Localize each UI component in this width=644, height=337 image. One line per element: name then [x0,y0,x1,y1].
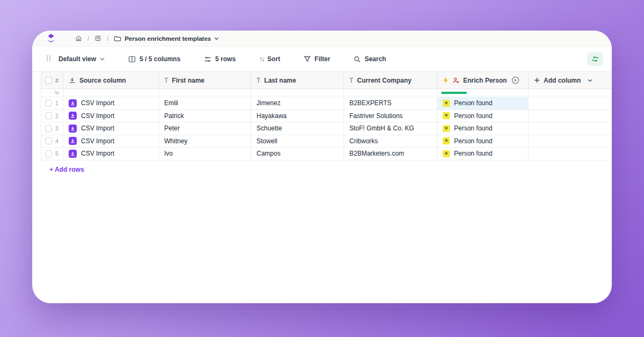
first-name-cell[interactable]: Whitney [159,135,251,148]
add-rows-button[interactable]: + Add rows [49,166,84,173]
row-select-cell: 3 [41,122,63,135]
asterisk-status-icon: ✳ [443,100,450,107]
first-name-cell[interactable]: Emili [159,97,251,110]
auto-update-button[interactable] [587,52,603,66]
source-cell[interactable]: CSV Import [63,135,159,148]
sync-icon [591,56,599,62]
cell-text: Fastriver Solutions [349,112,402,120]
run-column-button[interactable] [511,76,519,84]
first-name-cell[interactable]: Peter [159,122,251,135]
enrich-status-cell[interactable]: ✳ Person found [437,122,529,135]
add-column-button[interactable]: Add column [529,72,612,89]
source-label: CSV Import [81,124,114,132]
company-cell[interactable]: StoF! GmbH & Co. KG [344,122,437,135]
filter-button[interactable]: Filter [304,55,330,63]
row-checkbox[interactable] [45,125,52,132]
enrich-status-cell[interactable]: ✳ Person found [437,148,529,160]
last-name-cell[interactable]: Schuette [251,122,344,135]
last-name-cell[interactable]: Hayakawa [251,110,344,123]
workbook-icon[interactable] [94,35,101,42]
source-cell[interactable]: CSV Import [63,97,159,110]
sort-icon: ↑↓ [259,55,264,63]
cell-text: Stowell [257,137,277,145]
row-checkbox[interactable] [45,112,52,119]
header-label: Source column [79,77,126,84]
row-checkbox[interactable] [45,137,52,144]
enrich-status-cell[interactable]: ✳ Person found [437,110,529,123]
table-row: 4 CSV Import Whitney Stowell Cribworks ✳… [41,135,612,148]
cell-text: Campos [257,150,281,157]
clay-logo-icon[interactable] [45,34,57,43]
header-first-name[interactable]: T First name [159,72,251,89]
header-label: Add column [544,77,581,84]
view-selector[interactable]: Default view [58,55,105,63]
row-checkbox[interactable] [45,150,52,157]
last-name-cell[interactable]: Campos [251,148,344,160]
header-last-name[interactable]: T Last name [251,72,344,89]
cell-text: Patrick [164,112,184,120]
empty-cell[interactable] [529,148,612,160]
breadcrumb-title: Person enrichment templates [125,35,211,42]
company-cell[interactable]: Fastriver Solutions [344,110,437,123]
rows-button[interactable]: 5 rows [204,55,236,63]
source-cell[interactable]: CSV Import [63,110,159,123]
progress-bar [441,92,467,94]
row-number: 3 [55,125,58,131]
source-cell[interactable]: CSV Import [63,148,159,160]
table-row: 2 CSV Import Patrick Hayakawa Fastriver … [41,110,612,123]
percent-label-cell: % [41,89,63,97]
header-enrich-person[interactable]: Enrich Person [437,72,529,89]
first-name-cell[interactable]: Patrick [159,110,251,123]
import-icon [69,77,76,84]
company-cell[interactable]: B2BEXPERTS [344,97,437,110]
cell-text: B2BMarketers.com [349,150,404,157]
drag-handle-icon[interactable] [46,54,51,64]
source-label: CSV Import [81,99,114,107]
source-cell[interactable]: CSV Import [63,122,159,135]
csv-file-icon [69,137,77,145]
csv-file-icon [69,112,77,120]
status-label: Person found [454,99,492,107]
asterisk-status-icon: ✳ [443,125,450,132]
columns-button[interactable]: 5 / 5 columns [128,55,180,63]
chevron-down-icon [100,57,105,61]
enrich-status-cell[interactable]: ✳ Person found [437,135,529,148]
asterisk-status-icon: ✳ [443,112,450,119]
select-all-checkbox[interactable] [45,77,52,84]
filter-icon [304,56,311,62]
asterisk-status-icon: ✳ [443,137,450,144]
top-bar: / / Person enrichment templates [32,31,612,47]
empty-cell[interactable] [529,97,612,110]
company-cell[interactable]: Cribworks [344,135,437,148]
header-label: Enrich Person [463,77,507,84]
last-name-cell[interactable]: Jimenez [251,97,344,110]
empty-cell[interactable] [529,135,612,148]
breadcrumb-current[interactable]: Person enrichment templates [114,35,219,42]
search-button-label: Search [364,55,386,63]
header-current-company[interactable]: T Current Company [344,72,437,89]
status-label: Person found [454,137,492,145]
sort-button[interactable]: ↑↓ Sort [259,55,280,63]
csv-file-icon [69,124,77,133]
cell-text: Ivo [164,150,173,157]
search-button[interactable]: Search [354,55,386,63]
empty-cell[interactable] [529,110,612,123]
row-select-cell: 2 [41,110,63,123]
last-name-cell[interactable]: Stowell [251,135,344,148]
columns-icon [128,56,136,63]
row-checkbox[interactable] [45,100,52,107]
cell-text: Hayakawa [257,112,287,120]
cell-text: Whitney [164,137,187,145]
status-label: Person found [454,124,492,132]
home-icon[interactable] [75,35,82,42]
company-cell[interactable]: B2BMarketers.com [344,148,437,160]
enrich-status-cell[interactable]: ✳ Person found [437,97,529,110]
breadcrumb: / / Person enrichment templates [75,35,219,42]
empty-cell[interactable] [529,122,612,135]
text-type-icon: T [257,77,260,84]
row-select-cell: 5 [41,148,63,160]
first-name-cell[interactable]: Ivo [159,148,251,160]
source-label: CSV Import [81,112,114,120]
header-source-column[interactable]: Source column [63,72,159,89]
view-selector-label: Default view [58,55,96,63]
